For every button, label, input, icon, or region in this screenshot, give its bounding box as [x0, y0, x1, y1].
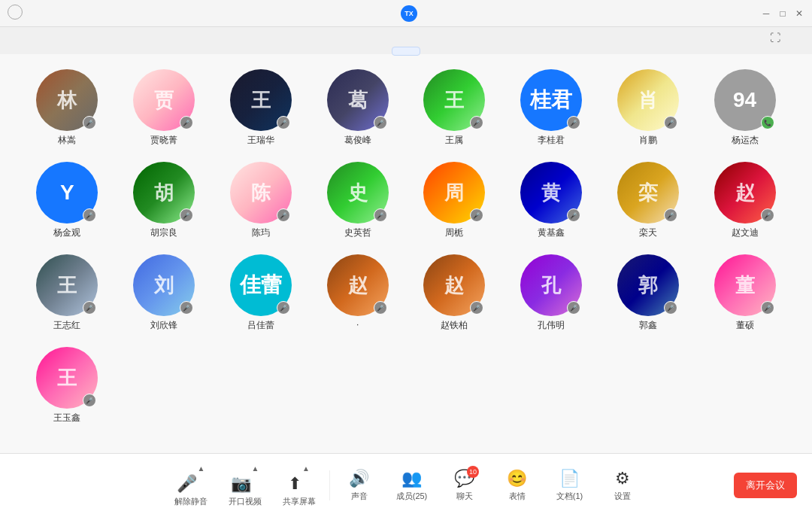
- avatar-wrap: 贾🎤: [133, 69, 195, 131]
- participant-name: 周栀: [445, 227, 463, 239]
- participant-item[interactable]: 王🎤王玉鑫: [36, 347, 98, 424]
- participant-item[interactable]: Y🎤杨金观: [36, 162, 98, 239]
- toolbar-item-docs[interactable]: 📄文档(1): [544, 463, 596, 508]
- participant-name: 王属: [445, 134, 463, 147]
- participant-name: 胡宗良: [150, 227, 177, 239]
- participant-item[interactable]: 佳蕾🎤吕佳蕾: [230, 254, 292, 332]
- mic-status-icon: 🎤: [180, 208, 193, 222]
- participant-item[interactable]: 刘🎤刘欣锋: [133, 254, 195, 332]
- mic-status-icon: 🎤: [277, 208, 290, 222]
- participant-name: 林嵩: [58, 134, 76, 147]
- mic-status-icon: 🎤: [664, 208, 677, 222]
- mic-status-icon: 🎤: [664, 301, 677, 315]
- maximize-button[interactable]: □: [777, 8, 788, 19]
- toolbar-item-share[interactable]: ⬆▲共享屏幕: [272, 458, 326, 513]
- toolbar-item-reaction[interactable]: 😊表情: [491, 463, 544, 508]
- avatar-wrap: 赵🎤: [327, 254, 389, 316]
- tool-icon-wrap: 📷▲: [231, 464, 259, 494]
- participant-item[interactable]: 94📞杨运杰: [714, 69, 776, 147]
- window-controls[interactable]: ─ □ ✕: [761, 8, 804, 19]
- participants-grid: 林🎤林嵩贾🎤贾晓菁王🎤王瑞华葛🎤葛俊峰王🎤王属桂君🎤李桂君肖🎤肖鹏94📞杨运杰Y…: [23, 69, 789, 424]
- mic-status-icon: 🎤: [470, 208, 483, 222]
- tool-icon-wrap: 👥: [401, 469, 422, 488]
- mic-status-icon: 🎤: [567, 208, 580, 222]
- participant-name: 陈玙: [252, 227, 270, 239]
- mic-status-icon: 🎤: [374, 301, 387, 315]
- participant-item[interactable]: 赵🎤赵铁柏: [423, 254, 485, 332]
- expand-arrow-icon[interactable]: ▲: [198, 464, 205, 473]
- tool-label: 设置: [614, 491, 631, 502]
- participant-item[interactable]: 黄🎤黄基鑫: [520, 162, 582, 239]
- tool-label: 解除静音: [174, 496, 208, 507]
- avatar-wrap: 赵🎤: [423, 254, 485, 316]
- participant-item[interactable]: 葛🎤葛俊峰: [327, 69, 389, 147]
- participant-item[interactable]: 林🎤林嵩: [36, 69, 98, 147]
- toolbar-item-video[interactable]: 📷▲开口视频: [218, 458, 272, 513]
- main-content: 林🎤林嵩贾🎤贾晓菁王🎤王瑞华葛🎤葛俊峰王🎤王属桂君🎤李桂君肖🎤肖鹏94📞杨运杰Y…: [0, 54, 812, 480]
- mic-status-icon: 🎤: [470, 116, 483, 129]
- toolbar-item-chat[interactable]: 💬10聊天: [438, 463, 491, 508]
- avatar-wrap: 94📞: [714, 69, 776, 131]
- expand-arrow-icon[interactable]: ▲: [302, 464, 310, 473]
- participant-item[interactable]: 赵🎤·: [327, 254, 389, 332]
- app-logo: TX: [401, 5, 417, 22]
- toolbar-item-members[interactable]: 👥成员(25): [386, 463, 438, 508]
- avatar-wrap: 肖🎤: [617, 69, 679, 131]
- participant-item[interactable]: 郭🎤郭鑫: [617, 254, 679, 332]
- participant-item[interactable]: 王🎤王志红: [36, 254, 98, 332]
- tool-label: 聊天: [456, 491, 473, 502]
- participant-name: 赵铁柏: [441, 319, 468, 332]
- avatar-wrap: 陈🎤: [230, 162, 292, 224]
- avatar-wrap: 黄🎤: [520, 162, 582, 224]
- avatar-wrap: 孔🎤: [520, 254, 582, 316]
- mic-status-icon: 🎤: [83, 208, 96, 222]
- participant-name: 葛俊峰: [344, 134, 371, 147]
- fullscreen-button[interactable]: ⛶: [770, 32, 780, 44]
- mic-status-icon: 🎤: [664, 116, 677, 129]
- participant-name: 黄基鑫: [538, 227, 565, 239]
- participant-item[interactable]: 桂君🎤李桂君: [520, 69, 582, 147]
- participant-item[interactable]: 王🎤王属: [423, 69, 485, 147]
- tool-icon-wrap: 📄: [559, 469, 580, 488]
- participant-name: 杨运杰: [732, 134, 759, 147]
- participant-item[interactable]: 贾🎤贾晓菁: [133, 69, 195, 147]
- search-icon[interactable]: [8, 5, 23, 23]
- leave-meeting-button[interactable]: 离开会议: [734, 473, 797, 498]
- tool-icon-wrap: ⚙: [615, 469, 630, 488]
- minimize-button[interactable]: ─: [761, 8, 771, 19]
- participant-item[interactable]: 陈🎤陈玙: [230, 162, 292, 239]
- speaking-banner: [392, 47, 420, 56]
- participant-item[interactable]: 董🎤董硕: [714, 254, 776, 332]
- expand-arrow-icon[interactable]: ▲: [252, 464, 259, 473]
- participant-item[interactable]: 栾🎤栾天: [617, 162, 679, 239]
- video-icon: 📷: [231, 474, 251, 494]
- participant-name: 史英哲: [344, 227, 371, 239]
- avatar-wrap: 周🎤: [423, 162, 485, 224]
- toolbar-item-settings[interactable]: ⚙设置: [596, 463, 649, 508]
- participant-item[interactable]: 周🎤周栀: [423, 162, 485, 239]
- toolbar-item-audio[interactable]: 🔊声音: [333, 463, 386, 508]
- tool-label: 表情: [509, 491, 526, 502]
- participant-item[interactable]: 孔🎤孔伟明: [520, 254, 582, 332]
- tool-icon-wrap: 💬10: [454, 469, 474, 488]
- avatar-wrap: 林🎤: [36, 69, 98, 131]
- mic-status-icon: 🎤: [761, 208, 774, 222]
- participant-item[interactable]: 肖🎤肖鹏: [617, 69, 679, 147]
- avatar-wrap: 王🎤: [36, 254, 98, 316]
- participant-item[interactable]: 王🎤王瑞华: [230, 69, 292, 147]
- mic-status-icon: 🎤: [83, 116, 96, 129]
- toolbar-item-mute[interactable]: 🎤▲解除静音: [164, 458, 218, 513]
- participant-item[interactable]: 史🎤史英哲: [327, 162, 389, 239]
- mic-status-icon: 🎤: [470, 301, 483, 315]
- toolbar: 🎤▲解除静音📷▲开口视频⬆▲共享屏幕🔊声音👥成员(25)💬10聊天😊表情📄文档(…: [0, 453, 812, 517]
- close-button[interactable]: ✕: [794, 8, 804, 19]
- avatar-wrap: 桂君🎤: [520, 69, 582, 131]
- avatar-wrap: 董🎤: [714, 254, 776, 316]
- mic-status-icon: 🎤: [567, 301, 580, 315]
- tool-label: 共享屏幕: [283, 496, 316, 507]
- participant-item[interactable]: 赵🎤赵文迪: [714, 162, 776, 239]
- avatar-wrap: 刘🎤: [133, 254, 195, 316]
- mic-status-icon: 🎤: [567, 116, 580, 129]
- chat-badge: 10: [467, 466, 479, 478]
- participant-item[interactable]: 胡🎤胡宗良: [133, 162, 195, 239]
